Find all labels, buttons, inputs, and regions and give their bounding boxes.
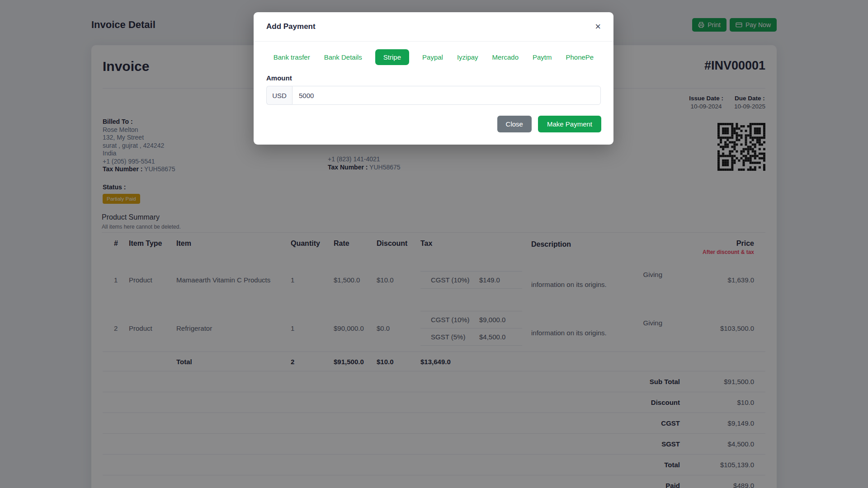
amount-input-group: USD — [266, 86, 601, 105]
close-icon[interactable]: × — [595, 22, 601, 32]
make-payment-button[interactable]: Make Payment — [538, 116, 601, 132]
amount-label: Amount — [266, 74, 601, 82]
currency-addon: USD — [266, 86, 292, 105]
payment-method-tabs: Bank trasfer Bank Details Stripe Paypal … — [266, 49, 601, 65]
modal-title: Add Payment — [266, 22, 316, 31]
tab-paypal[interactable]: Paypal — [421, 49, 444, 65]
modal-header: Add Payment × — [254, 12, 613, 42]
modal-body: Bank trasfer Bank Details Stripe Paypal … — [254, 42, 613, 105]
add-payment-modal: Add Payment × Bank trasfer Bank Details … — [254, 12, 613, 145]
tab-mercado[interactable]: Mercado — [491, 49, 519, 65]
tab-paytm[interactable]: Paytm — [532, 49, 553, 65]
tab-bank-details[interactable]: Bank Details — [323, 49, 363, 65]
modal-footer: Close Make Payment — [254, 105, 613, 145]
amount-input[interactable] — [292, 86, 601, 105]
tab-stripe[interactable]: Stripe — [375, 49, 409, 65]
tab-iyzipay[interactable]: Iyzipay — [456, 49, 479, 65]
tab-bank-transfer[interactable]: Bank trasfer — [273, 49, 311, 65]
tab-phonepe[interactable]: PhonePe — [565, 49, 594, 65]
modal-close-button[interactable]: Close — [497, 116, 532, 132]
